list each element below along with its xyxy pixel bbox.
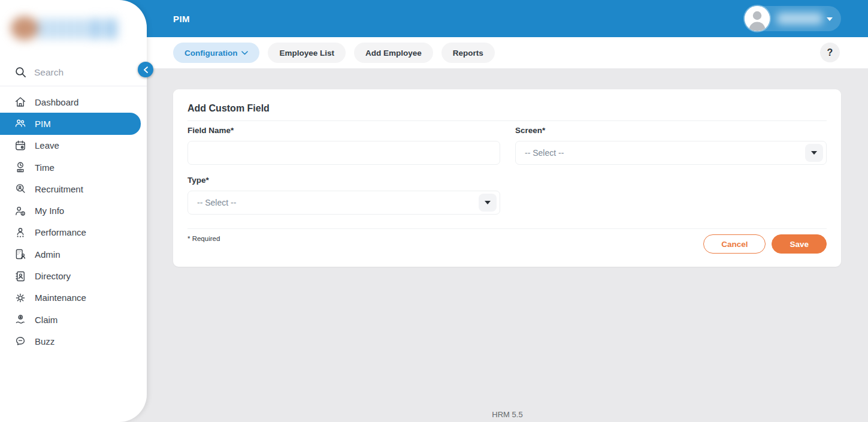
app-logo (7, 12, 122, 44)
time-clock-icon (13, 160, 28, 174)
user-dropdown[interactable] (745, 6, 841, 31)
chevron-left-icon (143, 67, 149, 73)
tab-configuration[interactable]: Configuration (173, 43, 259, 63)
version-footer: HRM 5.5 (147, 410, 868, 419)
admin-card-icon (13, 247, 28, 261)
app-window: PIM Configuration Employee Lis (0, 0, 868, 422)
buzz-chat-icon (13, 334, 28, 348)
sidebar-nav: Dashboard PIM Leave (0, 91, 147, 352)
sidebar-item-label: Admin (35, 249, 61, 260)
sidebar-item-time[interactable]: Time (0, 156, 141, 178)
sidebar-item-label: Directory (35, 271, 71, 281)
tab-employee-list[interactable]: Employee List (268, 43, 346, 63)
tab-reports[interactable]: Reports (441, 43, 495, 63)
sidebar-item-label: Claim (35, 315, 58, 325)
chevron-down-icon (479, 194, 497, 212)
avatar (745, 6, 770, 31)
type-select[interactable]: -- Select -- (187, 191, 500, 215)
maintenance-gear-icon (13, 291, 28, 305)
sidebar-item-maintenance[interactable]: Maintenance (0, 287, 141, 309)
sidebar-item-pim[interactable]: PIM (0, 113, 141, 134)
search-icon (13, 65, 28, 80)
divider (187, 120, 827, 121)
sidebar-item-label: My Info (35, 206, 64, 216)
sidebar-item-label: Time (35, 162, 55, 173)
sidebar-item-recruitment[interactable]: Recruitment (0, 178, 141, 200)
sidebar-item-label: Dashboard (35, 97, 78, 107)
chevron-down-icon (827, 17, 833, 21)
card-title: Add Custom Field (187, 103, 270, 114)
sidebar-item-performance[interactable]: Performance (0, 222, 141, 243)
sidebar-item-label: Leave (35, 140, 59, 150)
sidebar-item-directory[interactable]: Directory (0, 265, 141, 287)
help-button[interactable]: ? (820, 43, 840, 62)
sidebar-item-label: PIM (35, 119, 51, 129)
sidebar-collapse-button[interactable] (138, 62, 153, 77)
required-note: * Required (187, 235, 220, 242)
sidebar-item-claim[interactable]: Claim (0, 309, 141, 330)
people-icon (13, 116, 28, 131)
field-name-input[interactable] (187, 141, 500, 165)
recruitment-search-person-icon (13, 182, 28, 196)
my-info-person-icon (13, 204, 28, 218)
chevron-down-icon (805, 144, 823, 162)
module-title: PIM (173, 0, 190, 37)
divider (187, 228, 827, 229)
tab-employee-list-label: Employee List (279, 49, 334, 58)
sidebar-item-label: Maintenance (35, 293, 86, 303)
sidebar-item-label: Performance (35, 227, 86, 237)
type-select-value: -- Select -- (197, 198, 236, 207)
sidebar-search (0, 62, 147, 83)
home-icon (13, 95, 28, 109)
username-blurred (777, 13, 822, 25)
field-name-label: Field Name* (187, 126, 234, 135)
question-icon: ? (827, 47, 833, 58)
tab-reports-label: Reports (453, 49, 483, 58)
leave-calendar-icon (13, 138, 28, 153)
screen-select[interactable]: -- Select -- (515, 141, 827, 165)
search-input[interactable] (34, 65, 124, 80)
screen-label: Screen* (515, 126, 545, 135)
sidebar: Dashboard PIM Leave (0, 0, 147, 422)
directory-book-icon (13, 269, 28, 284)
sidebar-item-dashboard[interactable]: Dashboard (0, 91, 141, 113)
sidebar-item-label: Buzz (35, 336, 55, 346)
tabs: Configuration Employee List Add Employee… (173, 43, 495, 63)
save-button[interactable]: Save (772, 234, 827, 254)
cancel-button[interactable]: Cancel (703, 234, 766, 254)
tab-configuration-label: Configuration (185, 49, 237, 58)
add-custom-field-card: Add Custom Field Field Name* Screen* -- … (173, 89, 841, 267)
chevron-down-icon (241, 51, 248, 55)
divider (0, 86, 147, 86)
tab-add-employee[interactable]: Add Employee (354, 43, 433, 63)
sidebar-item-leave[interactable]: Leave (0, 135, 141, 156)
sidebar-item-admin[interactable]: Admin (0, 243, 141, 265)
sidebar-item-my-info[interactable]: My Info (0, 200, 141, 221)
sidebar-item-buzz[interactable]: Buzz (0, 330, 141, 352)
type-label: Type* (187, 176, 209, 185)
screen-select-value: -- Select -- (525, 148, 564, 158)
tab-add-employee-label: Add Employee (365, 49, 422, 58)
claim-hand-coin-icon (13, 312, 28, 327)
sidebar-item-label: Recruitment (35, 184, 83, 194)
performance-person-stars-icon (13, 225, 28, 240)
form-actions: Cancel Save (703, 234, 827, 254)
